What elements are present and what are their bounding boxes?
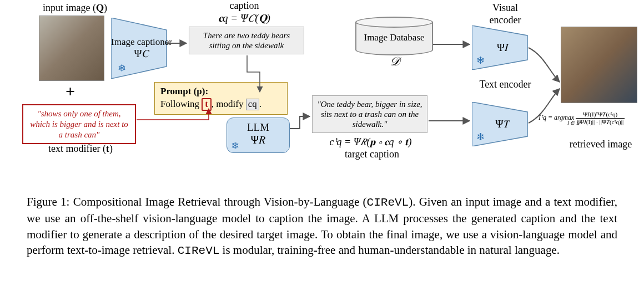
snowflake-icon: ❄ bbox=[118, 62, 126, 74]
image-database-symbol: 𝒟 bbox=[344, 54, 444, 69]
figure-caption: Figure 1: Compositional Image Retrieval … bbox=[27, 194, 617, 259]
figure-caption-lead: Figure 1: Compositional Image Retrieval … bbox=[27, 195, 367, 208]
prompt-word-following: Following bbox=[160, 99, 199, 109]
llm-title: LLM bbox=[227, 121, 289, 134]
caption-formula: 𝐜q = Ψ𝐶(𝐐) bbox=[197, 12, 291, 25]
caption-heading: caption bbox=[197, 0, 291, 12]
figure-caption-body2: is modular, training-free and human-unde… bbox=[219, 243, 560, 257]
text-encoder-label-top: Text encoder bbox=[477, 79, 533, 91]
image-captioner-symbol: Ψ𝐶 bbox=[134, 48, 149, 59]
target-caption-label: target caption bbox=[333, 149, 411, 161]
retrieved-image-label: retrieved image bbox=[562, 139, 640, 151]
retrieved-image bbox=[561, 27, 637, 103]
snowflake-icon: ❄ bbox=[231, 140, 239, 152]
prompt-body: Following t, modify cq. bbox=[160, 98, 281, 111]
target-caption-box: "One teddy bear, bigger in size, sits ne… bbox=[312, 95, 427, 133]
text-modifier-box: "shows only one of them, which is bigger… bbox=[22, 104, 136, 144]
image-database: Image Database 𝒟 bbox=[344, 17, 444, 69]
plus-icon: + bbox=[66, 82, 75, 101]
input-image bbox=[39, 16, 104, 81]
text-encoder-symbol: Ψ𝑇 bbox=[495, 118, 509, 130]
input-image-label: input image (𝐐) bbox=[33, 2, 117, 14]
image-captioner-title: Image captioner bbox=[111, 37, 172, 47]
prompt-word-modify: modify bbox=[216, 99, 243, 109]
prompt-cq-chip: cq bbox=[246, 99, 259, 110]
target-caption-formula: cᵗq = Ψ𝑅(𝐩 ∘ 𝐜q ∘ 𝐭) bbox=[311, 136, 430, 149]
visual-encoder-symbol: Ψ𝐼 bbox=[497, 42, 508, 53]
generated-caption-box: There are two teddy bears sitting on the… bbox=[189, 27, 304, 54]
visual-encoder-label-top: Visual encoder bbox=[477, 2, 533, 26]
prompt-t-chip: t bbox=[202, 98, 212, 111]
retrieval-equation: Iᵗq = argmax Ψ𝐼(I)ᵀΨ𝑇(cᵗq)||Ψ𝐼(I)|| · ||… bbox=[539, 111, 644, 132]
figure-acronym: CIReVL bbox=[367, 196, 409, 209]
snowflake-icon: ❄ bbox=[476, 54, 485, 67]
image-database-title: Image Database bbox=[364, 32, 424, 43]
snowflake-icon: ❄ bbox=[476, 131, 485, 143]
text-modifier-label: text modifier (𝐭) bbox=[36, 143, 125, 155]
prompt-label: Prompt (p): bbox=[160, 86, 281, 97]
prompt-box: Prompt (p): Following t, modify cq. bbox=[154, 82, 288, 115]
pipeline-diagram: input image (𝐐) + "shows only one of the… bbox=[0, 0, 644, 188]
figure-acronym: CIReVL bbox=[178, 244, 220, 257]
